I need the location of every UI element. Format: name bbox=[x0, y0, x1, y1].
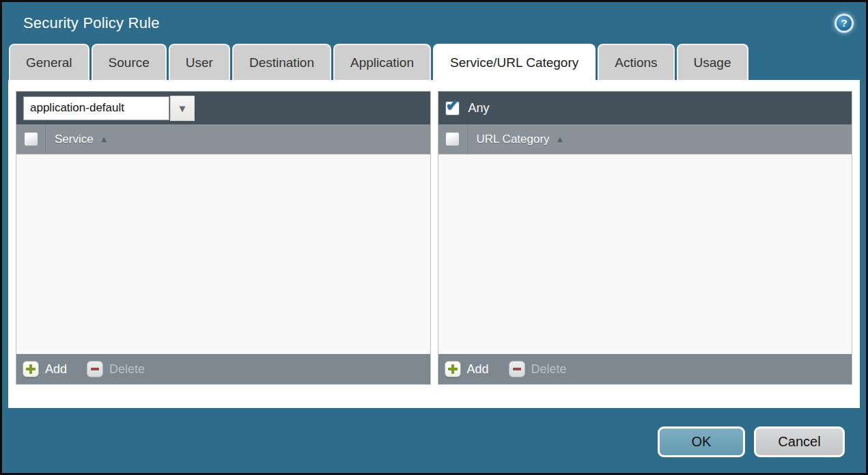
cancel-button[interactable]: Cancel bbox=[754, 426, 845, 457]
url-category-select-all-checkbox[interactable] bbox=[445, 132, 460, 146]
service-delete-label: Delete bbox=[109, 362, 145, 377]
checkmark-icon: ✔ bbox=[446, 96, 460, 115]
url-category-delete-label: Delete bbox=[531, 362, 567, 377]
tab-user[interactable]: User bbox=[169, 44, 230, 80]
chevron-down-icon: ▼ bbox=[178, 103, 188, 113]
ok-button[interactable]: OK bbox=[658, 426, 745, 457]
url-category-list bbox=[438, 154, 852, 354]
url-category-select-all-cell bbox=[438, 124, 468, 154]
service-add-button[interactable]: Add bbox=[23, 361, 67, 377]
delete-minus-icon bbox=[87, 361, 103, 377]
service-grid-header: Service ▲ bbox=[16, 124, 430, 154]
service-type-dropdown-button[interactable]: ▼ bbox=[170, 96, 195, 121]
delete-minus-icon bbox=[509, 361, 525, 377]
service-delete-button: Delete bbox=[87, 361, 145, 377]
tab-general[interactable]: General bbox=[9, 44, 89, 80]
service-select-all-cell bbox=[16, 124, 46, 154]
security-policy-rule-dialog: Security Policy Rule ? General Source Us… bbox=[0, 0, 868, 475]
sort-ascending-icon[interactable]: ▲ bbox=[100, 134, 109, 144]
tab-service-url-category[interactable]: Service/URL Category bbox=[433, 44, 596, 80]
url-category-panel-toolbar: ✔ Any bbox=[438, 92, 852, 124]
url-category-delete-button: Delete bbox=[509, 361, 567, 377]
dialog-title: Security Policy Rule bbox=[23, 14, 160, 32]
tab-usage[interactable]: Usage bbox=[677, 44, 748, 80]
url-category-column-header[interactable]: URL Category bbox=[477, 133, 550, 146]
tab-actions[interactable]: Actions bbox=[598, 44, 674, 80]
any-checkbox[interactable]: ✔ bbox=[445, 101, 460, 116]
service-panel: ▼ Service ▲ Add Delete bbox=[16, 91, 431, 385]
url-category-add-button[interactable]: Add bbox=[445, 361, 489, 377]
service-grid-footer: Add Delete bbox=[16, 354, 430, 384]
tab-source[interactable]: Source bbox=[92, 44, 167, 80]
service-panel-toolbar: ▼ bbox=[16, 92, 430, 124]
tab-application[interactable]: Application bbox=[333, 44, 431, 80]
dialog-action-buttons: OK Cancel bbox=[658, 426, 845, 457]
url-category-add-label: Add bbox=[467, 362, 489, 377]
titlebar: Security Policy Rule ? bbox=[2, 2, 866, 44]
tab-destination[interactable]: Destination bbox=[232, 44, 331, 80]
service-type-combobox: ▼ bbox=[23, 96, 195, 121]
service-type-input[interactable] bbox=[23, 96, 169, 120]
service-add-label: Add bbox=[45, 362, 67, 377]
service-select-all-checkbox[interactable] bbox=[24, 132, 38, 146]
any-label: Any bbox=[468, 101, 490, 116]
url-category-panel: ✔ Any URL Category ▲ Add Delete bbox=[438, 91, 853, 385]
add-plus-icon bbox=[445, 361, 461, 377]
add-plus-icon bbox=[23, 361, 39, 377]
sort-ascending-icon[interactable]: ▲ bbox=[556, 134, 565, 144]
url-category-grid-footer: Add Delete bbox=[438, 354, 852, 384]
service-column-header[interactable]: Service bbox=[55, 133, 94, 146]
tab-strip: General Source User Destination Applicat… bbox=[2, 44, 866, 80]
dialog-body: ▼ Service ▲ Add Delete bbox=[8, 80, 860, 408]
service-list bbox=[16, 154, 430, 354]
url-category-grid-header: URL Category ▲ bbox=[438, 124, 852, 154]
help-icon[interactable]: ? bbox=[835, 14, 854, 33]
